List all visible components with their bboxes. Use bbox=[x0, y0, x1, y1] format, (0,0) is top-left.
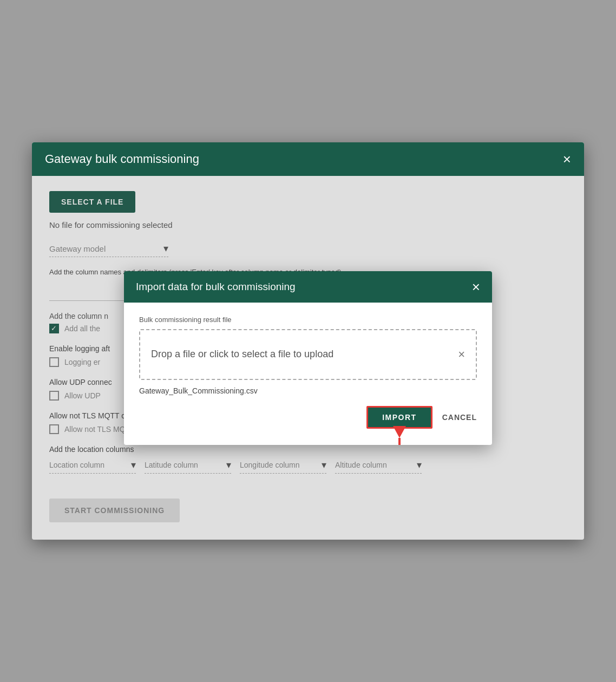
inner-close-button[interactable]: × bbox=[472, 280, 480, 294]
import-button-wrapper: IMPORT bbox=[366, 406, 432, 429]
outer-modal-header: Gateway bulk commissioning × bbox=[32, 142, 584, 176]
bulk-result-label: Bulk commissioning result file bbox=[139, 316, 477, 324]
drop-zone[interactable]: Drop a file or click to select a file to… bbox=[139, 329, 477, 380]
inner-modal-header: Import data for bulk commissioning × bbox=[124, 271, 492, 303]
drop-zone-text: Drop a file or click to select a file to… bbox=[151, 349, 333, 360]
import-data-modal: Import data for bulk commissioning × Bul… bbox=[124, 271, 492, 445]
drop-clear-button[interactable]: × bbox=[458, 347, 465, 362]
outer-close-button[interactable]: × bbox=[563, 152, 571, 166]
inner-modal-footer: IMPORT CANCEL bbox=[139, 406, 477, 433]
import-button[interactable]: IMPORT bbox=[366, 406, 432, 429]
overlay-backdrop: Import data for bulk commissioning × Bul… bbox=[32, 176, 584, 540]
cancel-button[interactable]: CANCEL bbox=[442, 413, 477, 422]
csv-filename: Gateway_Bulk_Commissioning.csv bbox=[139, 386, 477, 395]
red-arrow-indicator bbox=[393, 426, 406, 445]
outer-modal-title: Gateway bulk commissioning bbox=[45, 152, 199, 166]
inner-modal-title: Import data for bulk commissioning bbox=[136, 281, 296, 293]
inner-modal-body: Bulk commissioning result file Drop a fi… bbox=[124, 303, 492, 445]
outer-modal-body: SELECT A FILE No file for commissioning … bbox=[32, 176, 584, 540]
gateway-bulk-commissioning-modal: Gateway bulk commissioning × SELECT A FI… bbox=[32, 142, 584, 540]
